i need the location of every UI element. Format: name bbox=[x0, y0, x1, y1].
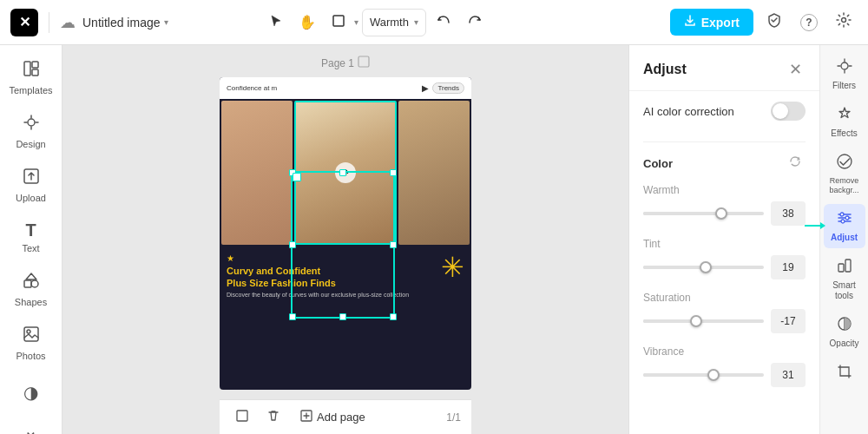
sidebar-item-upload[interactable]: Upload bbox=[5, 160, 57, 210]
warmth-thumb[interactable] bbox=[715, 207, 727, 220]
sidebar-item-text[interactable]: T Text bbox=[5, 214, 57, 260]
adjust-close-button[interactable]: ✕ bbox=[785, 59, 806, 80]
sidebar-item-opacity[interactable]: Opacity bbox=[824, 310, 865, 354]
shapes-icon bbox=[22, 271, 41, 294]
vibrance-slider-row: 31 bbox=[643, 363, 806, 387]
app-logo[interactable]: ✕ bbox=[10, 9, 38, 36]
canvas-frame: Confidence at m ▶ Trends bbox=[220, 77, 471, 390]
svg-point-1 bbox=[842, 18, 846, 23]
tint-track[interactable] bbox=[643, 266, 764, 269]
page-counter: 1/1 bbox=[446, 411, 461, 424]
redo-button[interactable] bbox=[461, 9, 489, 36]
left-sidebar: Templates Design Upload T Text Shapes bbox=[0, 45, 62, 434]
sidebar-item-crop[interactable] bbox=[824, 358, 865, 390]
sidebar-item-smart-tools[interactable]: Smart tools bbox=[824, 252, 865, 306]
sidebar-item-remove-bg[interactable]: Remove backgr... bbox=[824, 148, 865, 201]
tint-fill bbox=[643, 266, 706, 269]
cloud-save-icon: ☁ bbox=[60, 13, 76, 32]
svg-point-25 bbox=[845, 216, 849, 220]
svg-point-22 bbox=[841, 62, 848, 69]
text-label: Text bbox=[22, 243, 39, 253]
trends-badge: Trends bbox=[432, 82, 464, 94]
ai-color-label: AI color correction bbox=[643, 105, 734, 118]
warmth-fill bbox=[643, 212, 721, 215]
filters-icon bbox=[836, 57, 853, 79]
trash-icon bbox=[266, 409, 280, 426]
shield-icon bbox=[766, 12, 782, 32]
svg-point-8 bbox=[31, 280, 38, 287]
zoom-control[interactable]: Warmth ▾ bbox=[362, 9, 426, 36]
export-button[interactable]: Export bbox=[670, 9, 753, 36]
svg-rect-12 bbox=[358, 56, 369, 67]
adjust-panel: Adjust ✕ AI color correction Color bbox=[628, 45, 819, 434]
upload-label: Upload bbox=[16, 193, 46, 203]
shield-button[interactable] bbox=[760, 9, 788, 36]
saturation-value: -17 bbox=[771, 309, 806, 333]
canvas-top-strip: Confidence at m ▶ Trends bbox=[220, 77, 471, 99]
design-label: Design bbox=[16, 139, 45, 149]
saturation-slider-group: Saturation -17 bbox=[643, 292, 806, 333]
sidebar-item-templates[interactable]: Templates bbox=[5, 52, 57, 102]
help-icon: ? bbox=[800, 14, 818, 31]
color-header: Color bbox=[643, 153, 806, 174]
vibrance-label: Vibrance bbox=[643, 345, 806, 358]
ai-color-toggle[interactable] bbox=[771, 102, 806, 121]
canvas-container[interactable]: Confidence at m ▶ Trends bbox=[220, 77, 471, 390]
frame-chevron-icon[interactable]: ▾ bbox=[354, 17, 358, 27]
sidebar-item-photos[interactable]: Photos bbox=[5, 318, 57, 368]
color-section-label: Color bbox=[643, 157, 673, 170]
add-page-icon bbox=[299, 409, 313, 425]
adjust-icon bbox=[836, 209, 853, 231]
canvas-image-right bbox=[398, 101, 470, 245]
tint-thumb[interactable] bbox=[700, 261, 712, 273]
svg-point-23 bbox=[838, 155, 852, 168]
settings-button[interactable] bbox=[830, 9, 858, 36]
sidebar-item-more[interactable]: ⌄ bbox=[5, 413, 57, 434]
warmth-value: 38 bbox=[771, 201, 806, 226]
svg-rect-0 bbox=[333, 16, 344, 26]
sidebar-item-filters[interactable]: Filters bbox=[824, 52, 865, 96]
svg-point-24 bbox=[840, 213, 844, 216]
saturation-label: Saturation bbox=[643, 292, 806, 304]
canvas-subtitle: Discover the beauty of curves with our e… bbox=[227, 292, 409, 298]
topbar-right: Export ? bbox=[670, 9, 858, 36]
warmth-slider-group: Warmth 38 bbox=[643, 184, 806, 226]
remove-bg-label: Remove backgr... bbox=[824, 176, 865, 195]
vibrance-track[interactable] bbox=[643, 373, 764, 377]
hand-tool-button[interactable]: ✋ bbox=[293, 9, 321, 36]
canvas-images-row: ⟳ bbox=[220, 99, 471, 247]
warmth-track[interactable] bbox=[643, 212, 764, 215]
sidebar-item-theme[interactable]: ◑ bbox=[5, 375, 57, 410]
delete-page-button[interactable] bbox=[261, 405, 286, 430]
frame-tool-button[interactable] bbox=[325, 9, 352, 36]
select-icon bbox=[269, 14, 283, 31]
document-title[interactable]: Untitled image ▾ bbox=[82, 16, 168, 30]
page-thumbnail-button[interactable] bbox=[230, 405, 254, 430]
add-page-button[interactable]: Add page bbox=[293, 405, 372, 429]
tint-value: 19 bbox=[771, 255, 806, 279]
color-reset-button[interactable] bbox=[785, 153, 806, 174]
text-icon: T bbox=[25, 220, 36, 240]
sidebar-item-design[interactable]: Design bbox=[5, 106, 57, 156]
undo-button[interactable] bbox=[430, 9, 457, 36]
bottom-bar-wrapper: Add page 1/1 bbox=[220, 399, 471, 434]
saturation-slider-row: -17 bbox=[643, 309, 806, 333]
frame-icon bbox=[332, 14, 345, 31]
sidebar-item-effects[interactable]: Effects bbox=[824, 100, 865, 144]
sidebar-item-adjust[interactable]: Adjust bbox=[824, 204, 865, 248]
page-settings-icon[interactable] bbox=[358, 56, 370, 70]
adjust-arrow-indicator bbox=[805, 222, 825, 229]
shapes-label: Shapes bbox=[15, 297, 47, 307]
sidebar-item-shapes[interactable]: Shapes bbox=[5, 264, 57, 314]
canvas-image-left bbox=[221, 101, 293, 245]
vibrance-thumb[interactable] bbox=[707, 369, 720, 381]
select-tool-button[interactable] bbox=[262, 9, 290, 36]
remove-bg-icon bbox=[836, 153, 853, 174]
saturation-track[interactable] bbox=[643, 319, 764, 323]
canvas-image-main: ⟳ bbox=[294, 101, 397, 245]
help-button[interactable]: ? bbox=[795, 9, 823, 36]
redo-icon bbox=[468, 14, 482, 31]
saturation-thumb[interactable] bbox=[690, 315, 702, 327]
vibrance-slider-group: Vibrance 31 bbox=[643, 345, 806, 387]
topbar-divider bbox=[49, 12, 49, 33]
